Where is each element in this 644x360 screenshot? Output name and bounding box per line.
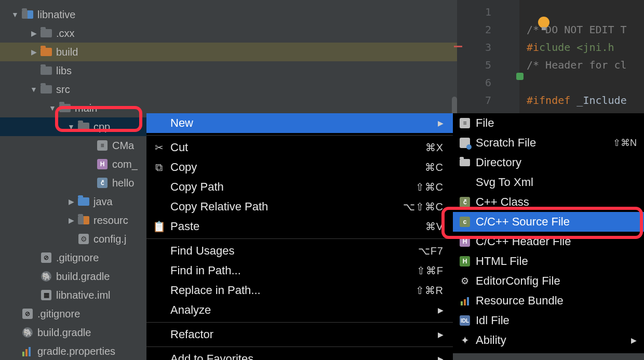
- new-submenu: ≡ File Scratch File ⇧⌘N Directory Svg To…: [453, 113, 644, 353]
- code-token: _Include: [570, 94, 626, 106]
- sub-label: Svg To Xml: [476, 176, 637, 189]
- shortcut: ⌘X: [425, 141, 444, 154]
- shortcut: ⇧⌘F: [417, 264, 444, 277]
- shortcut: ⇧⌘N: [613, 137, 637, 149]
- ctx-item-copypath[interactable]: Copy Path ⇧⌘C: [146, 177, 453, 197]
- menu-separator: [146, 322, 453, 323]
- ctx-item-copyrelpath[interactable]: Copy Relative Path ⌥⇧⌘C: [146, 197, 453, 217]
- folder-icon: [41, 46, 52, 58]
- tree-label: CMa: [112, 140, 134, 152]
- chevron-right-icon: [68, 197, 75, 206]
- sub-item-htmlfile[interactable]: H HTML File: [453, 251, 644, 271]
- folder-icon: [59, 102, 71, 114]
- ctx-label: Copy: [170, 161, 425, 174]
- chevron-right-icon: [68, 216, 75, 224]
- sub-item-csource[interactable]: c C/C++ Source File: [453, 212, 644, 232]
- sub-label: C/C++ Source File: [476, 215, 637, 229]
- tree-label: .gitignore: [56, 252, 99, 264]
- sub-label: Ability: [476, 334, 631, 347]
- gear-icon: ⚙: [458, 275, 472, 287]
- menu-separator: [146, 238, 453, 239]
- chevron-down-icon: [11, 10, 19, 19]
- ctx-item-refactor[interactable]: Refactor ▶: [146, 325, 453, 344]
- tree-label: build.gradle: [56, 271, 110, 283]
- submenu-arrow-icon: ▶: [438, 355, 444, 360]
- ctx-item-analyze[interactable]: Analyze ▶: [146, 300, 453, 320]
- file-icon: ≡: [458, 118, 472, 128]
- sub-item-svgtoxml[interactable]: Svg To Xml: [453, 172, 644, 192]
- tree-label: gradle.properties: [37, 345, 115, 357]
- gitignore-icon: ⊘: [22, 308, 33, 319]
- sub-item-scratch[interactable]: Scratch File ⇧⌘N: [453, 133, 644, 153]
- code-token: /* Header for cl: [527, 59, 627, 71]
- tree-label: libnative.iml: [56, 289, 110, 301]
- sub-item-ability[interactable]: ✦ Ability ▶: [453, 330, 644, 350]
- ctx-item-addfav[interactable]: Add to Favorites ▶: [146, 349, 453, 360]
- resource-bundle-icon: [458, 296, 472, 305]
- ctx-item-findinpath[interactable]: Find in Path... ⇧⌘F: [146, 261, 453, 281]
- sub-label: HTML File: [476, 255, 637, 268]
- file-icon: ≡: [97, 140, 108, 151]
- gradle-icon: 🐘: [41, 271, 52, 282]
- tree-item-cxx[interactable]: .cxx: [0, 24, 457, 43]
- tree-label: com_: [112, 158, 138, 170]
- html-file-icon: H: [458, 256, 472, 266]
- ctx-label: Analyze: [170, 303, 433, 317]
- sub-item-editorconfig[interactable]: ⚙ EditorConfig File: [453, 271, 644, 291]
- sub-item-resourcebundle[interactable]: Resource Bundle: [453, 291, 644, 311]
- ctx-item-replaceinpath[interactable]: Replace in Path... ⇧⌘R: [146, 281, 453, 300]
- tree-label: .cxx: [56, 28, 75, 39]
- ctx-item-findusages[interactable]: Find Usages ⌥F7: [146, 241, 453, 261]
- code-token: clude <jni.h: [539, 41, 614, 54]
- line-number: 6: [457, 74, 491, 91]
- tree-label: java: [93, 196, 113, 208]
- sub-label: EditorConfig File: [476, 274, 637, 288]
- scissors-icon: ✂: [153, 141, 165, 154]
- submenu-arrow-icon: ▶: [438, 330, 444, 339]
- ctx-item-copy[interactable]: ⧉ Copy ⌘C: [146, 157, 453, 177]
- line-number: 5: [457, 56, 491, 74]
- tree-item-libs[interactable]: libs: [0, 61, 457, 80]
- tree-label: cpp: [93, 121, 110, 133]
- code-editor[interactable]: 1 2 3 5 6 7 /* DO NOT EDIT T #iclude <jn…: [457, 0, 644, 114]
- gitignore-icon: ⊘: [41, 252, 52, 263]
- submenu-arrow-icon: ▶: [438, 119, 444, 127]
- shortcut: ⇧⌘R: [415, 284, 444, 297]
- chevron-down-icon: [30, 85, 37, 94]
- folder-icon: [41, 65, 52, 76]
- folder-icon: [458, 159, 472, 166]
- idl-file-icon: IDL: [458, 315, 472, 326]
- ctx-item-cut[interactable]: ✂ Cut ⌘X: [146, 138, 453, 157]
- shortcut: ⌥F7: [418, 245, 444, 257]
- tree-item-build[interactable]: build: [0, 43, 457, 61]
- tree-label: resourc: [93, 215, 128, 226]
- sub-label: Idl File: [476, 314, 637, 327]
- sub-item-cheader[interactable]: H C/C++ Header File: [453, 232, 644, 251]
- intention-bulb-icon[interactable]: [538, 17, 549, 28]
- tree-label: main: [75, 102, 97, 114]
- ctx-label: New: [170, 116, 433, 130]
- ctx-item-paste[interactable]: 📋 Paste ⌘V: [146, 217, 453, 236]
- tree-label: src: [56, 84, 70, 96]
- folder-icon: [41, 28, 52, 39]
- folder-icon: [78, 196, 89, 207]
- ctx-label: Copy Relative Path: [170, 200, 403, 214]
- ctx-item-new[interactable]: New ▶: [146, 113, 453, 133]
- sub-item-cppclass[interactable]: c̄ C++ Class: [453, 192, 644, 212]
- c-header-icon: H: [458, 236, 472, 247]
- sub-label: Resource Bundle: [476, 294, 637, 308]
- properties-icon: [22, 345, 33, 357]
- shortcut: ⇧⌘C: [415, 181, 444, 193]
- gradle-icon: 🐘: [22, 327, 33, 338]
- code-area[interactable]: /* DO NOT EDIT T #iclude <jni.h /* Heade…: [519, 0, 644, 114]
- line-number: 3: [457, 38, 491, 56]
- error-marker: [454, 46, 462, 47]
- tree-item-src[interactable]: src: [0, 80, 457, 99]
- menu-separator: [146, 135, 453, 136]
- tree-item-libnative[interactable]: libnative: [0, 5, 457, 24]
- sub-item-file[interactable]: ≡ File: [453, 113, 644, 133]
- sub-item-directory[interactable]: Directory: [453, 153, 644, 172]
- sub-item-idlfile[interactable]: IDL Idl File: [453, 311, 644, 330]
- code-token: #i: [527, 41, 539, 54]
- ctx-label: Add to Favorites: [170, 352, 433, 360]
